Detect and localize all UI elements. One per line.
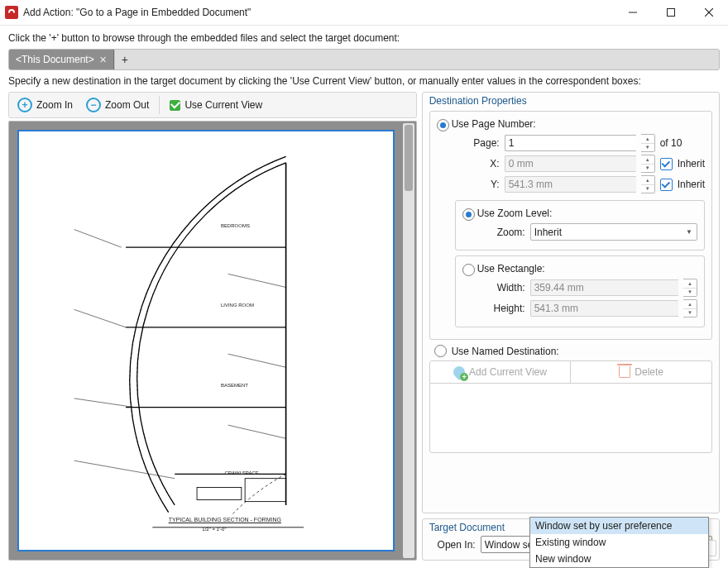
add-current-view-label: Add Current View: [469, 366, 547, 378]
destination-properties-group: Destination Properties Use Page Number: …: [422, 92, 720, 513]
preview-toolbar: + Zoom In − Zoom Out Use Current View: [8, 92, 417, 118]
zoom-label: Zoom:: [481, 227, 525, 238]
svg-rect-9: [197, 487, 242, 499]
height-spinner: ▲▼: [683, 299, 697, 317]
check-icon: [170, 100, 180, 111]
svg-rect-10: [245, 479, 285, 502]
blueprint-svg: [19, 131, 393, 550]
page-input[interactable]: [505, 135, 636, 151]
scrollbar-thumb[interactable]: [405, 125, 413, 191]
destination-properties-title: Destination Properties: [429, 95, 527, 107]
dropdown-option[interactable]: New window: [530, 551, 708, 567]
zoom-in-label: Zoom In: [36, 99, 73, 111]
width-input: [530, 279, 678, 296]
maximize-button[interactable]: [652, 0, 690, 25]
x-inherit-label: Inherit: [678, 158, 705, 169]
app-icon: [5, 6, 18, 19]
minimize-icon: [629, 8, 637, 17]
page-preview[interactable]: BEDROOMS LIVING ROOM BASEMENT CRAWLSPACE…: [8, 121, 417, 561]
y-inherit-label: Inherit: [678, 179, 705, 190]
zoom-combo[interactable]: Inherit ▼: [530, 223, 697, 241]
use-page-number-group: Use Page Number: Page: ▲▼ of 10 X: ▲▼ In…: [429, 111, 712, 340]
add-tab-button[interactable]: +: [114, 50, 135, 69]
label-bedrooms: BEDROOMS: [221, 223, 250, 228]
radio-use-page-number[interactable]: [437, 119, 449, 131]
toolbar-divider: [159, 96, 160, 114]
height-input: [530, 300, 678, 317]
instruction-mid: Specify a new destination in the target …: [8, 75, 720, 87]
dropdown-option[interactable]: Existing window: [530, 534, 708, 551]
svg-rect-1: [668, 9, 675, 17]
preview-scrollbar[interactable]: [403, 123, 414, 558]
zoom-in-button[interactable]: + Zoom In: [12, 95, 78, 115]
page-canvas: BEDROOMS LIVING ROOM BASEMENT CRAWLSPACE…: [17, 130, 395, 551]
svg-line-14: [74, 461, 175, 479]
x-inherit-check[interactable]: [660, 158, 673, 170]
x-label: X:: [455, 158, 500, 169]
target-document-title: Target Document: [429, 522, 505, 533]
svg-line-15: [228, 274, 286, 287]
x-spinner[interactable]: ▲▼: [641, 155, 655, 173]
use-rectangle-label: Use Rectangle:: [477, 263, 697, 274]
delete-destination-button[interactable]: Delete: [571, 361, 711, 383]
plus-icon: +: [122, 53, 128, 66]
chevron-down-icon: ▼: [682, 225, 696, 239]
trash-icon: [619, 366, 630, 378]
use-current-view-button[interactable]: Use Current View: [165, 97, 267, 113]
svg-line-16: [228, 354, 286, 367]
tab-label: <This Document>: [16, 54, 94, 65]
radio-use-named-destination[interactable]: [434, 345, 447, 357]
zoom-in-icon: +: [17, 98, 32, 112]
tab-close-icon[interactable]: ✕: [99, 55, 107, 65]
minimize-button[interactable]: [614, 0, 652, 25]
delete-label: Delete: [635, 366, 663, 378]
window-title: Add Action: "Go to a Page in Embedded Do…: [23, 7, 251, 18]
page-spinner[interactable]: ▲▼: [641, 134, 655, 152]
close-button[interactable]: [690, 0, 728, 25]
zoom-out-label: Zoom Out: [105, 99, 149, 111]
tab-this-document[interactable]: <This Document> ✕: [9, 50, 114, 69]
width-label: Width:: [481, 282, 525, 294]
zoom-out-button[interactable]: − Zoom Out: [81, 95, 154, 115]
x-input: [505, 155, 636, 172]
page-label: Page:: [455, 137, 500, 149]
add-current-view-button[interactable]: Add Current View: [430, 361, 572, 383]
width-spinner: ▲▼: [683, 279, 697, 297]
label-crawl: CRAWLSPACE: [224, 470, 258, 475]
open-in-dropdown[interactable]: Window set by user preference Existing w…: [529, 517, 709, 568]
zoom-out-icon: −: [86, 98, 101, 112]
svg-line-13: [74, 399, 135, 408]
svg-line-17: [228, 425, 286, 438]
y-input: [505, 176, 636, 193]
pin-add-icon: [453, 366, 465, 378]
document-tabstrip: <This Document> ✕ +: [8, 49, 720, 70]
drawing-scale: 1/2" = 1'-0": [202, 527, 226, 532]
height-label: Height:: [481, 303, 525, 314]
svg-line-12: [74, 309, 126, 327]
use-zoom-group: Use Zoom Level: Zoom: Inherit ▼: [455, 200, 705, 251]
title-bar: Add Action: "Go to a Page in Embedded Do…: [0, 0, 728, 26]
y-label: Y:: [455, 179, 500, 190]
use-page-number-label: Use Page Number:: [452, 118, 705, 130]
radio-use-rectangle[interactable]: [462, 264, 475, 276]
use-zoom-label: Use Zoom Level:: [477, 208, 697, 219]
zoom-value: Inherit: [534, 227, 562, 238]
named-destinations-list: Add Current View Delete: [429, 360, 712, 453]
svg-line-11: [74, 230, 122, 248]
radio-use-zoom[interactable]: [462, 208, 475, 221]
open-in-label: Open In:: [429, 539, 476, 551]
y-inherit-check[interactable]: [660, 179, 673, 191]
label-living: LIVING ROOM: [221, 303, 254, 308]
use-current-view-label: Use Current View: [184, 99, 262, 111]
drawing-title: TYPICAL BUILDING SECTION - FORMING: [169, 517, 281, 523]
label-basement: BASEMENT: [221, 383, 248, 388]
instruction-top: Click the '+' button to browse through t…: [8, 32, 720, 44]
maximize-icon: [667, 8, 675, 17]
page-of-label: of 10: [660, 137, 682, 149]
use-rectangle-group: Use Rectangle: Width: ▲▼ Height: ▲▼: [455, 255, 705, 327]
dropdown-option[interactable]: Window set by user preference: [530, 518, 708, 534]
y-spinner[interactable]: ▲▼: [641, 175, 655, 193]
use-named-destination-label: Use Named Destination:: [452, 346, 559, 357]
close-icon: [705, 8, 713, 17]
